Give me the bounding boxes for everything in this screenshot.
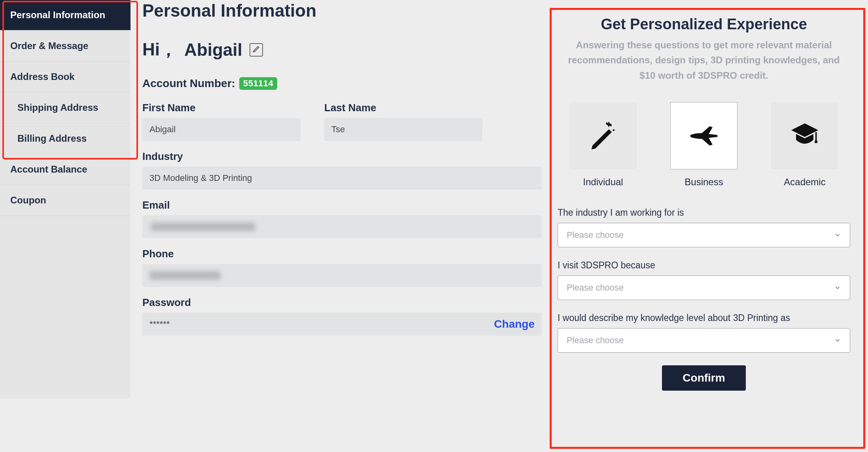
question-knowledge-label: I would describe my knowledge level abou… xyxy=(558,313,850,323)
sidebar-item-shipping-address[interactable]: Shipping Address xyxy=(0,93,130,123)
persona-tiles: Individual Business xyxy=(558,102,850,188)
persona-label-business: Business xyxy=(685,177,723,188)
panel-description: Answering these questions to get more re… xyxy=(558,38,850,83)
select-placeholder: Please choose xyxy=(567,230,624,240)
jet-icon xyxy=(688,120,719,152)
page-title: Personal Information xyxy=(142,1,542,21)
first-name-label: First Name xyxy=(142,102,301,114)
chevron-down-icon xyxy=(834,284,841,291)
password-value: ****** xyxy=(149,319,170,329)
first-name-value: Abigail xyxy=(149,124,176,135)
persona-tile-academic[interactable] xyxy=(771,102,838,169)
email-field[interactable]: r xyxy=(142,215,542,238)
svg-point-1 xyxy=(613,129,615,131)
wand-icon xyxy=(588,120,618,152)
panel-title: Get Personalized Experience xyxy=(558,16,850,33)
sidebar-label: Address Book xyxy=(10,71,75,82)
account-number-badge: 551114 xyxy=(239,77,277,90)
password-field: ****** Change xyxy=(142,313,542,336)
select-placeholder: Please choose xyxy=(567,335,624,346)
password-label: Password xyxy=(142,296,542,309)
sidebar-item-order-message[interactable]: Order & Message xyxy=(0,31,130,62)
sidebar-label: Personal Information xyxy=(10,9,105,20)
sidebar-item-coupon[interactable]: Coupon xyxy=(0,185,130,216)
persona-label-individual: Individual xyxy=(583,177,623,188)
svg-point-4 xyxy=(815,141,817,143)
question-industry-label: The industry I am working for is xyxy=(558,207,850,218)
pencil-icon xyxy=(252,45,260,55)
persona-tile-individual[interactable] xyxy=(569,102,637,169)
svg-rect-3 xyxy=(815,132,817,141)
phone-blur-mask xyxy=(149,271,221,280)
right-panel-shell: Get Personalized Experience Answering th… xyxy=(554,0,868,399)
sidebar-item-address-book[interactable]: Address Book xyxy=(0,62,130,93)
email-label: Email xyxy=(142,199,542,211)
last-name-value: Tse xyxy=(331,124,345,135)
question-visit-reason-label: I visit 3DSPRO because xyxy=(558,260,850,271)
industry-field[interactable]: 3D Modeling & 3D Printing xyxy=(142,167,542,190)
industry-value: 3D Modeling & 3D Printing xyxy=(149,173,252,183)
sidebar-label: Coupon xyxy=(10,195,46,205)
question-knowledge-select[interactable]: Please choose xyxy=(558,328,850,353)
phone-label: Phone xyxy=(142,248,542,260)
sidebar-item-billing-address[interactable]: Billing Address xyxy=(0,123,130,154)
chevron-down-icon xyxy=(834,337,841,344)
edit-name-button[interactable] xyxy=(250,43,263,57)
first-name-field[interactable]: Abigail xyxy=(142,118,301,141)
email-blur-mask xyxy=(152,222,255,231)
account-number-label: Account Number: xyxy=(142,77,235,90)
greeting-name: Abigail xyxy=(184,40,242,60)
sidebar-label: Shipping Address xyxy=(17,102,98,113)
question-visit-reason-select[interactable]: Please choose xyxy=(558,275,850,300)
sidebar: Personal Information Order & Message Add… xyxy=(0,0,130,399)
sidebar-item-personal-information[interactable]: Personal Information xyxy=(0,0,130,31)
sidebar-label: Account Balance xyxy=(10,164,87,175)
persona-tile-business[interactable] xyxy=(670,102,738,169)
email-value: r xyxy=(149,222,152,232)
phone-field[interactable] xyxy=(142,264,542,287)
sidebar-item-account-balance[interactable]: Account Balance xyxy=(0,154,130,185)
greeting-prefix: Hi， xyxy=(142,38,177,61)
main-content: Personal Information Hi， Abigail Account… xyxy=(142,0,542,399)
persona-label-academic: Academic xyxy=(784,177,825,188)
confirm-button[interactable]: Confirm xyxy=(662,365,745,391)
graduation-cap-icon xyxy=(789,120,820,152)
change-password-link[interactable]: Change xyxy=(494,318,535,330)
last-name-field[interactable]: Tse xyxy=(324,118,482,141)
sidebar-label: Order & Message xyxy=(10,40,88,51)
sidebar-label: Billing Address xyxy=(17,133,87,144)
chevron-down-icon xyxy=(834,232,841,239)
industry-label: Industry xyxy=(142,150,542,163)
select-placeholder: Please choose xyxy=(567,283,624,293)
question-industry-select[interactable]: Please choose xyxy=(558,223,850,247)
last-name-label: Last Name xyxy=(324,102,482,114)
personalization-panel: Get Personalized Experience Answering th… xyxy=(554,4,854,395)
